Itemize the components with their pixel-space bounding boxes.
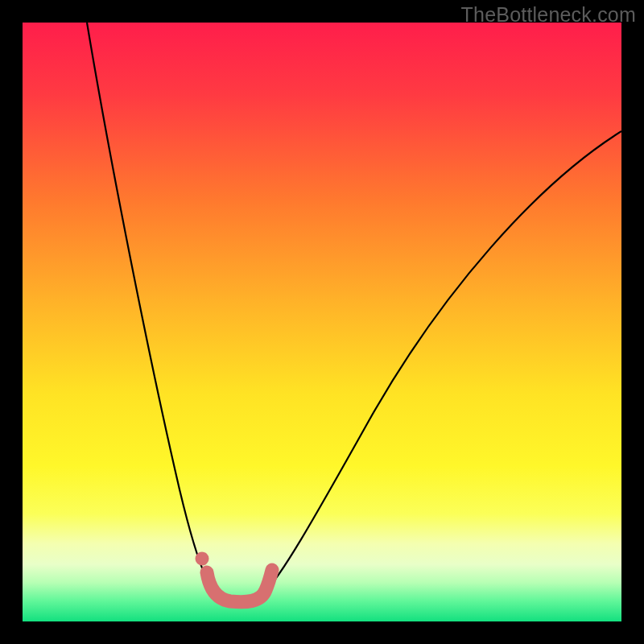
plot-area [23, 23, 621, 621]
points-layer [196, 552, 209, 566]
chart-svg [23, 23, 621, 621]
gradient-background [23, 23, 621, 621]
point-left-dot [196, 552, 209, 566]
chart-frame: TheBottleneck.com [0, 0, 644, 644]
